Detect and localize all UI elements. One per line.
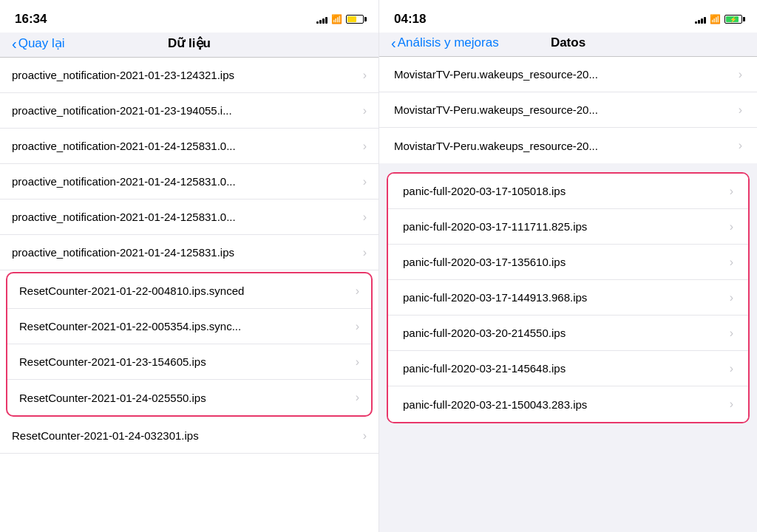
chevron-right-icon: › [730, 362, 733, 375]
left-back-button[interactable]: ‹ Quay lại [12, 35, 65, 51]
chevron-right-icon: › [730, 256, 733, 269]
chevron-right-icon: › [730, 291, 733, 304]
chevron-right-icon: › [363, 246, 367, 259]
right-top-section: MovistarTV-Peru.wakeups_resource-20... ›… [379, 57, 757, 163]
left-status-time: 16:34 [15, 12, 47, 27]
left-phone-panel: 16:34 📶 ‹ Quay lại Dữ liệu proactive_not… [0, 0, 378, 532]
right-status-bar: 04:18 📶 ⚡ [379, 0, 757, 33]
list-item-text: proactive_notification-2021-01-24-125831… [12, 211, 357, 223]
list-item[interactable]: proactive_notification-2021-01-24-125831… [0, 129, 378, 164]
wifi-icon: 📶 [710, 14, 721, 24]
list-item-text: ResetCounter-2021-01-24-032301.ips [12, 429, 357, 442]
list-item[interactable]: ResetCounter-2021-01-22-005354.ips.sync.… [7, 309, 371, 344]
chevron-right-icon: › [363, 211, 367, 224]
left-highlighted-group: ResetCounter-2021-01-22-004810.ips.synce… [6, 272, 373, 417]
chevron-right-icon: › [739, 68, 742, 81]
chevron-right-icon: › [730, 327, 733, 340]
chevron-right-icon: › [739, 103, 742, 117]
right-list-item[interactable]: panic-full-2020-03-21-150043.283.ips › [388, 386, 748, 422]
list-item-text: ResetCounter-2021-01-22-004810.ips.synce… [19, 284, 350, 297]
right-list-container[interactable]: MovistarTV-Peru.wakeups_resource-20... ›… [379, 57, 757, 532]
chevron-right-icon: › [356, 320, 359, 333]
right-list-item-text: MovistarTV-Peru.wakeups_resource-20... [394, 68, 598, 81]
right-list-item[interactable]: panic-full-2020-03-17-144913.968.ips › [388, 280, 748, 316]
right-back-chevron-icon: ‹ [391, 35, 396, 50]
right-list-item[interactable]: panic-full-2020-03-17-111711.825.ips › [388, 209, 748, 245]
chevron-right-icon: › [363, 429, 367, 443]
left-nav-title: Dữ liệu [168, 35, 211, 51]
right-list-item[interactable]: MovistarTV-Peru.wakeups_resource-20... › [379, 92, 757, 128]
right-list-item[interactable]: MovistarTV-Peru.wakeups_resource-20... › [379, 57, 757, 92]
battery-icon: ⚡ [724, 15, 742, 24]
right-list-item[interactable]: panic-full-2020-03-20-214550.ips › [388, 316, 748, 351]
list-item-text: proactive_notification-2021-01-24-125831… [12, 246, 357, 259]
right-list-item-text: panic-full-2020-03-21-150043.283.ips [403, 398, 587, 411]
list-item-text: ResetCounter-2021-01-23-154605.ips [19, 355, 350, 368]
right-list-item[interactable]: panic-full-2020-03-21-145648.ips › [388, 351, 748, 386]
left-nav-bar: ‹ Quay lại Dữ liệu [0, 33, 378, 58]
list-item[interactable]: proactive_notification-2021-01-24-125831… [0, 235, 378, 270]
chevron-right-icon: › [739, 139, 742, 152]
right-nav-bar: ‹ Análisis y mejoras Datos [379, 33, 757, 57]
chevron-right-icon: › [356, 391, 359, 404]
chevron-right-icon: › [356, 284, 359, 298]
chevron-right-icon: › [730, 398, 733, 411]
list-item[interactable]: ResetCounter-2021-01-24-025550.ips › [7, 380, 371, 415]
list-item[interactable]: proactive_notification-2021-01-24-125831… [0, 164, 378, 200]
chevron-right-icon: › [730, 185, 733, 198]
chevron-right-icon: › [363, 140, 367, 153]
list-item-text: proactive_notification-2021-01-23-194055… [12, 104, 357, 117]
right-back-button[interactable]: ‹ Análisis y mejoras [391, 35, 499, 50]
right-phone-panel: 04:18 📶 ⚡ ‹ Análisis y mejoras Datos [378, 0, 757, 532]
chevron-right-icon: › [730, 220, 733, 233]
right-nav-title: Datos [551, 35, 585, 50]
list-item-text: proactive_notification-2021-01-24-125831… [12, 175, 357, 188]
chevron-right-icon: › [356, 355, 359, 369]
right-list-item-text: panic-full-2020-03-21-145648.ips [403, 362, 566, 375]
right-back-label: Análisis y mejoras [398, 35, 499, 50]
left-status-icons: 📶 [316, 14, 364, 24]
signal-icon [316, 15, 327, 24]
signal-icon [695, 15, 706, 24]
right-list-item-text: panic-full-2020-03-20-214550.ips [403, 327, 566, 339]
list-item-text: proactive_notification-2021-01-23-124321… [12, 69, 357, 81]
battery-icon [346, 15, 364, 24]
right-list-item-text: panic-full-2020-03-17-144913.968.ips [403, 291, 587, 304]
left-back-label: Quay lại [18, 35, 65, 51]
left-back-chevron-icon: ‹ [12, 36, 17, 51]
battery-fill [347, 16, 356, 22]
list-item[interactable]: proactive_notification-2021-01-23-124321… [0, 58, 378, 93]
left-status-bar: 16:34 📶 [0, 0, 378, 33]
wifi-icon: 📶 [331, 14, 342, 24]
list-item-text: proactive_notification-2021-01-24-125831… [12, 140, 357, 152]
right-list-item-text: panic-full-2020-03-17-111711.825.ips [403, 220, 587, 233]
right-list-item[interactable]: panic-full-2020-03-17-135610.ips › [388, 245, 748, 280]
left-list-container[interactable]: proactive_notification-2021-01-23-124321… [0, 58, 378, 532]
list-item[interactable]: proactive_notification-2021-01-23-194055… [0, 93, 378, 129]
right-list-item-text: MovistarTV-Peru.wakeups_resource-20... [394, 140, 598, 152]
chevron-right-icon: › [363, 104, 367, 117]
right-list-item[interactable]: panic-full-2020-03-17-105018.ips › [388, 174, 748, 209]
right-status-time: 04:18 [394, 12, 426, 27]
list-item[interactable]: ResetCounter-2021-01-24-032301.ips › [0, 418, 378, 454]
right-list-item-text: MovistarTV-Peru.wakeups_resource-20... [394, 103, 598, 116]
list-item-text: ResetCounter-2021-01-22-005354.ips.sync.… [19, 320, 350, 332]
list-item[interactable]: ResetCounter-2021-01-23-154605.ips › [7, 344, 371, 380]
chevron-right-icon: › [363, 69, 367, 82]
right-list-item-text: panic-full-2020-03-17-105018.ips [403, 185, 566, 197]
chevron-right-icon: › [363, 175, 367, 188]
list-item[interactable]: ResetCounter-2021-01-22-004810.ips.synce… [7, 273, 371, 309]
right-list-item[interactable]: MovistarTV-Peru.wakeups_resource-20... › [379, 128, 757, 163]
right-status-icons: 📶 ⚡ [695, 14, 742, 24]
right-highlighted-group: panic-full-2020-03-17-105018.ips › panic… [387, 172, 750, 423]
list-item-text: ResetCounter-2021-01-24-025550.ips [19, 392, 350, 404]
section-spacer [379, 163, 757, 169]
list-item[interactable]: proactive_notification-2021-01-24-125831… [0, 200, 378, 235]
right-list-item-text: panic-full-2020-03-17-135610.ips [403, 256, 566, 268]
